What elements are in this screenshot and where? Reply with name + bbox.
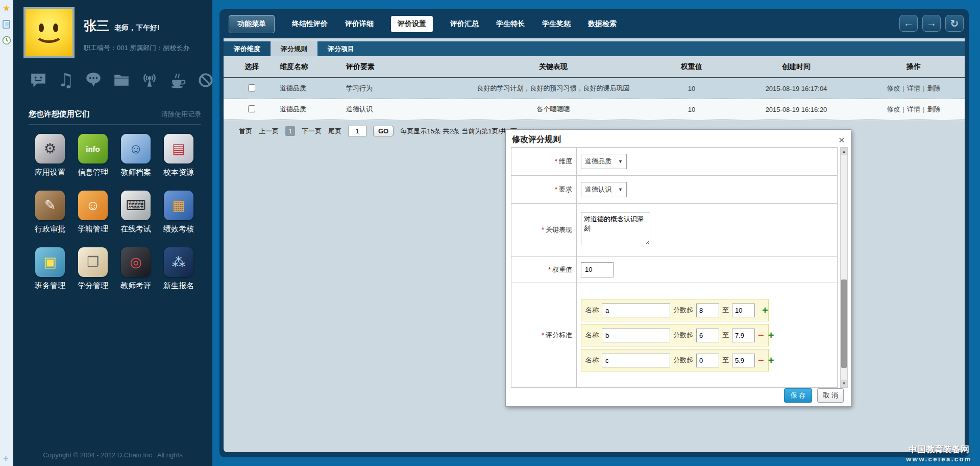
clock-icon[interactable] [2,36,11,47]
scroll-down-icon[interactable]: ▼ [841,380,847,387]
tab-student-strengths[interactable]: 学生特长 [496,19,525,29]
next-page-link[interactable]: 下一页 [302,127,322,136]
avatar[interactable] [23,7,75,58]
delete-link[interactable]: 删除 [927,105,940,113]
app-tile-credits[interactable]: ❐学分管理 [71,247,114,291]
tab-function-menu[interactable]: 功能菜单 [229,15,275,33]
tab-data-search[interactable]: 数据检索 [588,19,617,29]
performance-label: 关键表现 [546,226,572,234]
modal-scrollbar[interactable]: ▲ ▼ [840,147,848,388]
info-bubble-icon: info [78,134,108,164]
criteria-name-input[interactable] [602,304,670,317]
row-checkbox[interactable] [248,105,255,112]
remove-criteria-button[interactable]: − [758,330,764,340]
chat-message-icon[interactable] [30,72,47,89]
close-icon[interactable]: × [839,134,845,145]
app-tile-admin-approval[interactable]: ✎行政审批 [29,191,71,234]
add-criteria-button[interactable]: + [768,330,774,340]
page-number-input[interactable] [348,126,366,136]
teacher-avatar-icon: ☺ [121,134,151,164]
blocks-icon: ▣ [35,247,65,277]
dartboard-icon: ◎ [121,247,151,277]
app-tile-teacher-files[interactable]: ☺教师档案 [114,134,157,177]
edit-link[interactable]: 修改 [887,105,900,113]
app-tile-school-resources[interactable]: ▤校本资源 [157,134,200,177]
app-tile-student-records[interactable]: ☺学籍管理 [71,191,114,234]
criteria-to-input[interactable] [732,329,755,342]
weight-input[interactable] [581,262,614,277]
dimension-select[interactable]: 道德品质 ▼ [581,154,627,169]
add-criteria-button[interactable]: + [762,305,768,315]
left-shortcut-strip: ★ + [0,0,13,466]
coffee-cup-icon[interactable] [169,72,186,89]
row-checkbox[interactable] [248,84,255,91]
app-tile-info[interactable]: info信息管理 [71,134,114,177]
remove-criteria-button[interactable]: − [758,355,764,365]
expand-plus-icon[interactable]: + [3,453,9,464]
subtab-bar: 评价维度 评分规则 评分项目 [224,41,965,56]
sidebar: 张三 老师，下午好! 职工编号：001 所属部门：副校长办 ♫ 您也许想使用它们… [13,0,212,466]
subtab-scoring-rules[interactable]: 评分规则 [271,41,317,56]
add-criteria-button[interactable]: + [768,355,774,365]
device-icon[interactable] [3,20,10,29]
chart-icon: ▦ [164,191,193,220]
music-icon[interactable]: ♫ [58,72,74,89]
criteria-label: 评分标准 [546,331,572,339]
criteria-name-input[interactable] [602,329,670,342]
app-tile-enrollment[interactable]: ⁂新生报名 [157,247,200,291]
subtab-scoring-items[interactable]: 评分项目 [317,41,364,56]
user-name: 张三 [84,17,109,34]
prev-page-link[interactable]: 上一页 [259,127,279,136]
requirement-label: 要求 [559,185,572,193]
cancel-button[interactable]: 取 消 [817,388,844,403]
forward-arrow-button[interactable]: → [922,15,941,32]
requirement-select[interactable]: 道德认识 ▼ [581,182,627,197]
tab-evaluation-summary[interactable]: 评价汇总 [450,19,479,29]
broadcast-icon[interactable] [141,72,158,89]
detail-link[interactable]: 详情 [907,84,920,92]
app-tile-online-exam[interactable]: ⌨在线考试 [114,191,157,234]
modal-title: 修改评分规则 [512,134,561,145]
app-tile-performance[interactable]: ▦绩效考核 [157,191,200,234]
favorite-star-icon[interactable]: ★ [3,4,10,13]
subtab-evaluation-dimension[interactable]: 评价维度 [224,41,271,56]
app-tile-settings[interactable]: ⚙应用设置 [29,134,71,177]
block-icon[interactable] [197,72,214,89]
scroll-up-icon[interactable]: ▲ [841,148,847,155]
app-tile-teacher-review[interactable]: ◎教师考评 [114,247,157,291]
book-icon: ▤ [164,134,193,164]
tab-evaluation-detail[interactable]: 评价详细 [345,19,374,29]
criteria-row: 名称 分数起 至 + [581,299,769,321]
criteria-row: 名称 分数起 至 − + [581,324,769,346]
clear-history-link[interactable]: 清除使用记录 [161,110,201,119]
criteria-to-input[interactable] [732,304,755,317]
network-icon: ⁂ [164,247,193,277]
tab-evaluation-settings[interactable]: 评价设置 [391,16,433,32]
save-button[interactable]: 保 存 [784,388,813,403]
go-button[interactable]: GO [373,126,394,136]
edit-link[interactable]: 修改 [887,84,900,92]
folder-icon[interactable] [113,72,130,89]
scroll-thumb[interactable] [841,279,847,368]
tab-summative-evaluation[interactable]: 终结性评价 [292,19,328,29]
edit-scoring-rule-modal: 修改评分规则 × *维度 道德品质 ▼ *要求 道德认识 ▼ [505,129,851,407]
detail-link[interactable]: 详情 [907,105,920,113]
app-tile-class-affairs[interactable]: ▣班务管理 [29,247,71,291]
user-info: 职工编号：001 所属部门：副校长办 [84,43,189,53]
table-row: 道德品质 道德认识 各个嗯嗯嗯 10 2015-08-19 16:16:20 修… [224,99,965,120]
tab-student-rewards[interactable]: 学生奖惩 [542,19,571,29]
comment-bubble-icon[interactable] [85,72,102,89]
refresh-button[interactable]: ↻ [945,15,964,32]
criteria-from-input[interactable] [696,354,719,367]
back-arrow-button[interactable]: ← [899,15,918,32]
criteria-to-input[interactable] [732,354,755,367]
app-grid: ⚙应用设置 info信息管理 ☺教师档案 ▤校本资源 ✎行政审批 ☺学籍管理 ⌨… [13,125,212,291]
criteria-from-input[interactable] [696,304,719,317]
first-page-link[interactable]: 首页 [239,127,252,136]
performance-textarea[interactable]: 对道德的概念认识深刻 [581,213,650,245]
criteria-name-input[interactable] [602,354,670,367]
delete-link[interactable]: 删除 [927,84,940,92]
top-navbar: 功能菜单 终结性评价 评价详细 评价设置 评价汇总 学生特长 学生奖惩 数据检索… [219,9,969,38]
last-page-link[interactable]: 尾页 [328,127,341,136]
criteria-from-input[interactable] [696,329,719,342]
